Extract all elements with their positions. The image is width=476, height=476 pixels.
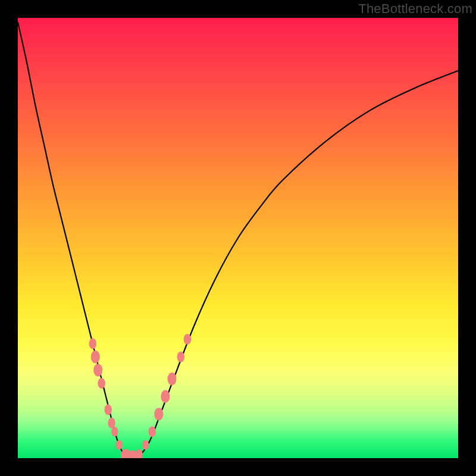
chart-frame: TheBottleneck.com — [0, 0, 476, 476]
curve-markers — [89, 334, 192, 458]
curve-marker — [108, 418, 115, 428]
curve-marker — [167, 372, 176, 386]
curve-marker — [104, 405, 112, 415]
curve-marker — [93, 364, 102, 377]
bottleneck-curve-svg — [18, 18, 458, 458]
curve-marker — [154, 408, 163, 421]
curve-marker — [98, 378, 105, 389]
curve-marker — [142, 440, 149, 450]
curve-marker — [116, 440, 123, 450]
curve-marker — [161, 390, 170, 403]
curve-marker — [135, 449, 143, 458]
curve-marker — [89, 339, 97, 349]
curve-marker — [177, 352, 185, 362]
plot-area — [18, 18, 458, 458]
curve-marker — [91, 350, 100, 364]
curve-marker — [148, 427, 156, 437]
bottleneck-curve-path — [18, 22, 458, 458]
curve-marker — [184, 334, 192, 345]
watermark-text: TheBottleneck.com — [358, 1, 472, 17]
curve-marker — [111, 427, 118, 437]
